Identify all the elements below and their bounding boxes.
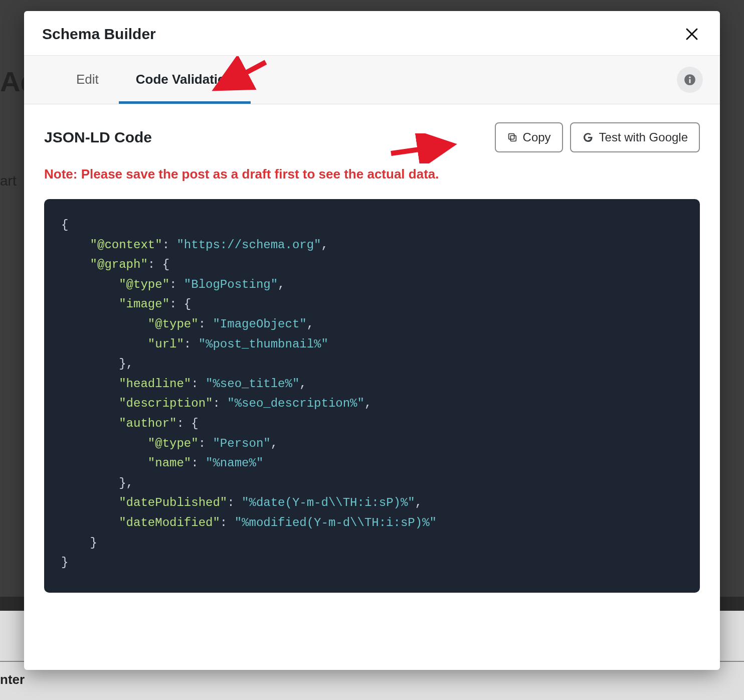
- tab-code-validation[interactable]: Code Validation: [119, 56, 251, 104]
- schema-builder-modal: Schema Builder Edit Code Validation JSON…: [24, 11, 720, 670]
- google-icon: [582, 131, 594, 143]
- svg-point-3: [689, 76, 690, 78]
- tab-edit[interactable]: Edit: [59, 56, 116, 104]
- svg-rect-6: [508, 134, 514, 139]
- note-text: Note: Please save the post as a draft fi…: [44, 166, 700, 182]
- test-with-google-button[interactable]: Test with Google: [570, 122, 700, 152]
- copy-icon: [507, 132, 518, 143]
- close-icon: [684, 27, 699, 42]
- info-button[interactable]: [677, 67, 703, 93]
- bg-sub-fragment: art: [0, 173, 17, 189]
- copy-button[interactable]: Copy: [495, 122, 563, 152]
- modal-title: Schema Builder: [42, 26, 156, 43]
- svg-rect-4: [689, 79, 690, 83]
- svg-rect-5: [510, 135, 516, 141]
- close-button[interactable]: [682, 24, 702, 44]
- json-ld-code-block[interactable]: { "@context": "https://schema.org", "@gr…: [44, 199, 700, 593]
- copy-button-label: Copy: [523, 130, 551, 144]
- test-google-button-label: Test with Google: [599, 130, 688, 144]
- modal-header: Schema Builder: [24, 11, 720, 56]
- section-title: JSON-LD Code: [44, 129, 152, 146]
- tabs: Edit Code Validation: [24, 56, 251, 104]
- button-row: Copy Test with Google: [495, 122, 700, 152]
- modal-content: JSON-LD Code Copy Test with Google No: [24, 104, 720, 670]
- tabs-row: Edit Code Validation: [24, 56, 720, 104]
- info-icon: [683, 73, 696, 86]
- bg-bottom-text: nter: [0, 672, 25, 687]
- content-header: JSON-LD Code Copy Test with Google: [44, 122, 700, 152]
